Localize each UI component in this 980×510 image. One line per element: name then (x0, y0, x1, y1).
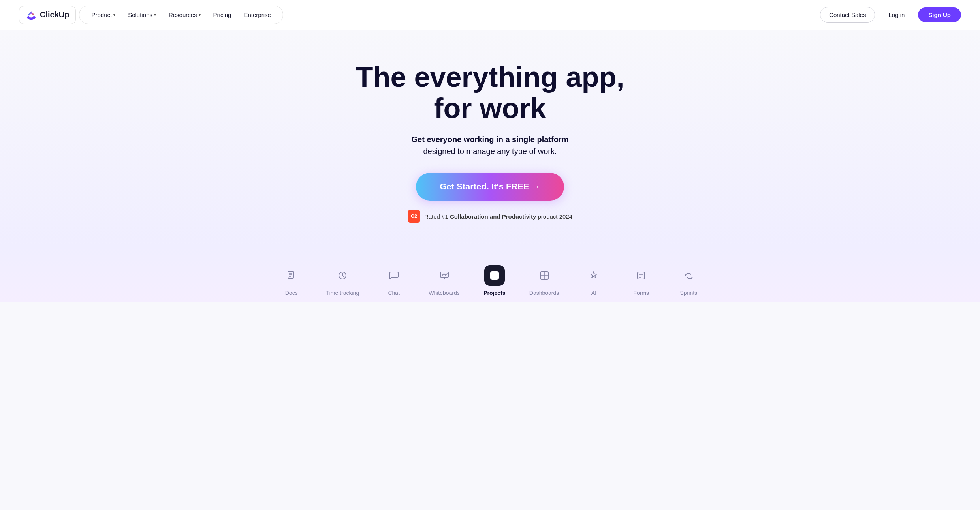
whiteboards-icon (434, 265, 455, 286)
logo[interactable]: ClickUp (19, 6, 76, 24)
nav-product[interactable]: Product ▾ (86, 9, 121, 21)
login-button[interactable]: Log in (880, 8, 913, 22)
nav-links: Product ▾ Solutions ▾ Resources ▾ Pricin… (79, 6, 283, 24)
hero-title: The everything app, for work (356, 62, 624, 124)
svg-rect-7 (440, 272, 448, 278)
chat-icon (384, 265, 404, 286)
navbar: ClickUp Product ▾ Solutions ▾ Resources … (0, 0, 980, 30)
rating-text: Rated #1 Collaboration and Productivity … (424, 213, 572, 220)
feature-tab-time-tracking[interactable]: Time tracking (315, 259, 371, 302)
signup-button[interactable]: Sign Up (918, 8, 961, 22)
get-started-button[interactable]: Get Started. It's FREE → (416, 173, 564, 201)
nav-solutions[interactable]: Solutions ▾ (122, 9, 162, 21)
feature-tab-label: Chat (388, 290, 400, 296)
hero-section: The everything app, for work Get everyon… (0, 30, 980, 246)
ai-icon (583, 265, 604, 286)
nav-enterprise[interactable]: Enterprise (238, 9, 276, 21)
nav-right: Contact Sales Log in Sign Up (820, 7, 961, 22)
svg-rect-13 (638, 272, 645, 279)
feature-tab-ai[interactable]: AI (570, 259, 617, 302)
chevron-down-icon: ▾ (199, 13, 201, 17)
nav-left: ClickUp Product ▾ Solutions ▾ Resources … (19, 6, 283, 24)
hero-subtitle: Get everyone working in a single platfor… (412, 133, 569, 157)
feature-tab-docs[interactable]: Docs (268, 259, 315, 302)
logo-text: ClickUp (40, 10, 69, 19)
time-icon (332, 265, 353, 286)
svg-line-6 (342, 276, 344, 277)
feature-tab-label: Projects (483, 290, 505, 296)
forms-icon (631, 265, 651, 286)
feature-tab-projects[interactable]: Projects (471, 259, 518, 302)
feature-tab-forms[interactable]: Forms (617, 259, 665, 302)
feature-tabs: DocsTime trackingChatWhiteboardsProjects… (0, 246, 980, 302)
feature-tab-label: Forms (633, 290, 649, 296)
feature-tab-dashboards[interactable]: Dashboards (518, 259, 570, 302)
feature-tab-label: AI (591, 290, 596, 296)
projects-icon (484, 265, 505, 286)
feature-tab-label: Time tracking (326, 290, 359, 296)
feature-tab-chat[interactable]: Chat (370, 259, 418, 302)
rating-row: G2 Rated #1 Collaboration and Productivi… (408, 210, 572, 223)
sprints-icon (678, 265, 699, 286)
feature-tab-whiteboards[interactable]: Whiteboards (418, 259, 471, 302)
nav-resources[interactable]: Resources ▾ (163, 9, 206, 21)
svg-rect-9 (490, 271, 499, 280)
dashboards-icon (534, 265, 555, 286)
feature-tab-label: Dashboards (529, 290, 559, 296)
chevron-down-icon: ▾ (154, 13, 156, 17)
nav-pricing[interactable]: Pricing (208, 9, 237, 21)
contact-sales-button[interactable]: Contact Sales (820, 7, 875, 22)
chevron-down-icon: ▾ (113, 13, 115, 17)
docs-icon (281, 265, 302, 286)
feature-tab-label: Sprints (680, 290, 698, 296)
clickup-logo-icon (26, 9, 37, 21)
g2-badge: G2 (408, 210, 420, 223)
feature-tab-sprints[interactable]: Sprints (665, 259, 712, 302)
feature-tab-label: Docs (285, 290, 298, 296)
feature-tab-label: Whiteboards (429, 290, 460, 296)
